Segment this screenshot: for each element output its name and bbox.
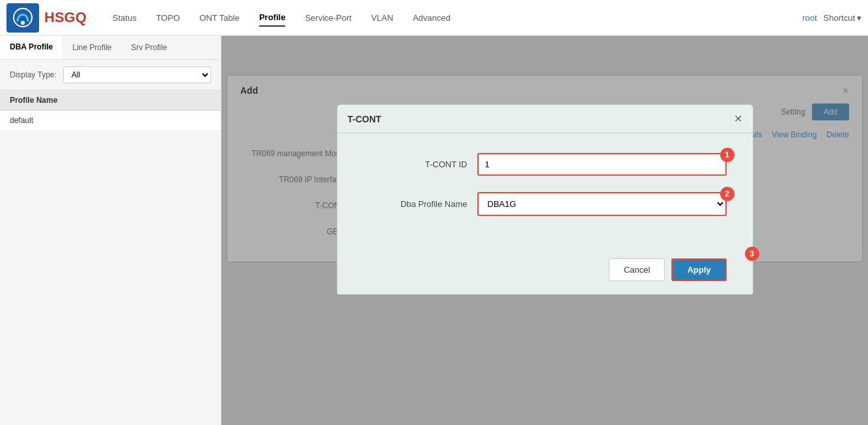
tcont-modal-body: T-CONT ID 1 Dba Profile Name DBA1G 2 — [337, 133, 753, 252]
dba-profile-select[interactable]: DBA1G — [477, 192, 727, 216]
dba-profile-row: Dba Profile Name DBA1G 2 — [363, 192, 727, 216]
tcont-id-input[interactable] — [477, 153, 727, 176]
display-type-select[interactable]: All — [63, 66, 211, 83]
tcont-modal: T-CONT ✕ T-CONT ID 1 Dba Profile Name DB… — [337, 104, 753, 295]
tcont-id-label: T-CONT ID — [363, 159, 468, 169]
apply-button[interactable]: Apply — [671, 258, 726, 281]
logo-area: HSGQ — [7, 3, 87, 33]
nav-status[interactable]: Status — [113, 10, 137, 26]
tab-line-profile[interactable]: Line Profile — [63, 36, 121, 59]
profile-table-header: Profile Name — [0, 90, 221, 111]
tcont-modal-title: T-CONT — [348, 114, 382, 124]
tcont-modal-close-icon[interactable]: ✕ — [734, 113, 742, 125]
nav-right: root Shortcut ▾ — [802, 13, 861, 23]
nav-profile[interactable]: Profile — [259, 9, 285, 27]
chevron-down-icon: ▾ — [857, 13, 861, 23]
nav-service-port[interactable]: Service-Port — [305, 10, 352, 26]
main-layout: DBA Profile Line Profile Srv Profile Dis… — [0, 36, 868, 425]
step-badge-2: 2 — [720, 187, 735, 201]
top-nav: HSGQ Status TOPO ONT Table Profile Servi… — [0, 0, 868, 36]
nav-topo[interactable]: TOPO — [156, 10, 180, 26]
tab-srv-profile[interactable]: Srv Profile — [121, 36, 176, 59]
step-badge-1: 1 — [720, 148, 735, 162]
logo-text: HSGQ — [44, 9, 87, 26]
display-type-label: Display Type: — [10, 70, 57, 79]
nav-items: Status TOPO ONT Table Profile Service-Po… — [113, 9, 802, 27]
list-item[interactable]: default — [0, 111, 221, 131]
right-panel: Add ✕ Setting Add View Details View Bind… — [221, 36, 868, 425]
svg-point-1 — [21, 21, 25, 25]
left-panel: DBA Profile Line Profile Srv Profile Dis… — [0, 36, 221, 425]
tcont-id-row: T-CONT ID 1 — [363, 153, 727, 176]
tab-dba-profile[interactable]: DBA Profile — [0, 36, 63, 59]
nav-user: root — [802, 13, 817, 23]
display-type-row: Display Type: All — [0, 60, 221, 90]
tcont-modal-header: T-CONT ✕ — [337, 105, 753, 133]
tcont-modal-footer: Cancel Apply 3 — [337, 252, 753, 294]
nav-shortcut[interactable]: Shortcut ▾ — [824, 13, 861, 23]
dba-profile-label: Dba Profile Name — [363, 199, 468, 209]
step-badge-3: 3 — [745, 247, 759, 261]
logo-icon — [7, 3, 39, 33]
nav-vlan[interactable]: VLAN — [371, 10, 393, 26]
tab-bar: DBA Profile Line Profile Srv Profile — [0, 36, 221, 60]
nav-ont-table[interactable]: ONT Table — [199, 10, 240, 26]
shortcut-label: Shortcut — [824, 13, 855, 23]
nav-advanced[interactable]: Advanced — [413, 10, 451, 26]
cancel-button[interactable]: Cancel — [609, 258, 665, 281]
